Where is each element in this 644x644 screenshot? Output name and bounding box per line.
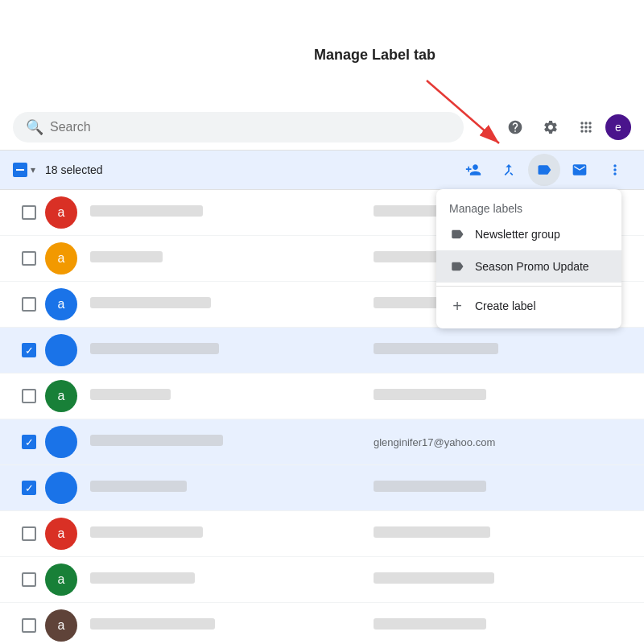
contact-row[interactable]: a (0, 557, 644, 603)
contact-name (90, 572, 348, 587)
contact-email: glenginifer17@yahoo.com (374, 436, 631, 448)
apps-icon (578, 119, 594, 135)
header-icons: e (499, 111, 631, 143)
search-input[interactable] (50, 120, 451, 134)
contact-name (90, 481, 348, 495)
contact-checkbox-area (13, 251, 45, 266)
create-label-item[interactable]: + Create label (436, 290, 621, 322)
contact-row[interactable]: a (0, 603, 644, 644)
contact-checkbox[interactable] (22, 389, 36, 403)
contact-row[interactable]: ✓ (0, 465, 644, 511)
contact-info (90, 389, 631, 403)
user-avatar[interactable]: e (605, 114, 631, 140)
contact-email (374, 481, 631, 495)
contact-avatar: a (45, 564, 77, 596)
settings-button[interactable] (535, 111, 567, 143)
contact-avatar (45, 334, 77, 366)
apps-button[interactable] (570, 111, 602, 143)
label-season-promo-text: Season Promo Update (475, 260, 589, 273)
contact-avatar: a (45, 242, 77, 275)
manage-label-button[interactable] (528, 154, 560, 186)
contact-checkbox[interactable] (22, 526, 36, 541)
contact-info (90, 618, 631, 633)
contact-email (374, 618, 631, 633)
selected-count: 18 selected (45, 163, 103, 176)
help-icon (507, 119, 523, 135)
plus-icon: + (449, 298, 465, 314)
add-contact-button[interactable] (457, 154, 489, 186)
toolbar-row: ▾ 18 selected (0, 151, 644, 190)
contact-checkbox-area (13, 297, 45, 312)
contact-name (90, 435, 348, 449)
send-email-button[interactable] (564, 154, 596, 186)
contact-checkbox[interactable] (22, 251, 36, 266)
label-season-promo-item[interactable]: Season Promo Update (436, 250, 621, 283)
contact-info (90, 343, 631, 357)
contact-name (90, 205, 348, 220)
contact-checkbox-area (13, 526, 45, 541)
contact-avatar: a (45, 609, 77, 642)
select-all-checkbox (13, 163, 27, 177)
more-icon (607, 162, 623, 178)
merge-button[interactable] (493, 154, 525, 186)
contact-checkbox-area (13, 205, 45, 220)
help-button[interactable] (499, 111, 531, 143)
contact-avatar: a (45, 196, 77, 229)
contact-info: glenginifer17@yahoo.com (90, 435, 631, 449)
contact-avatar: a (45, 288, 77, 320)
email-icon (572, 162, 588, 178)
contact-checkbox-area (13, 572, 45, 587)
contact-checkbox-area: ✓ (13, 343, 45, 357)
search-icon: 🔍 (26, 118, 43, 136)
contact-info (90, 481, 631, 495)
contact-checkbox[interactable] (22, 572, 36, 587)
create-label-text: Create label (475, 299, 536, 312)
contact-avatar (45, 426, 77, 458)
merge-icon (501, 162, 517, 178)
label-season-promo-icon (449, 258, 465, 275)
contact-avatar: a (45, 380, 77, 412)
contact-row[interactable]: a (0, 511, 644, 557)
contact-email (374, 389, 631, 403)
contact-avatar: a (45, 518, 77, 550)
contact-row[interactable]: ✓ (0, 328, 644, 374)
annotation-text: Manage Label tab (314, 47, 436, 64)
contact-email (374, 343, 631, 357)
popup-header: Manage labels (436, 196, 621, 218)
settings-icon (543, 119, 559, 135)
search-bar-row: 🔍 e (0, 105, 644, 151)
label-icon (536, 162, 552, 178)
select-all-button[interactable]: ▾ (13, 159, 42, 180)
contact-checkbox[interactable] (22, 618, 36, 633)
contact-info (90, 526, 631, 541)
add-contact-icon (465, 162, 481, 178)
contact-name (90, 251, 348, 266)
contact-name (90, 618, 348, 633)
manage-labels-popup: Manage labels Newsletter group Season Pr… (436, 189, 621, 328)
contact-email (374, 526, 631, 541)
contact-checkbox[interactable] (22, 297, 36, 312)
contact-name (90, 526, 348, 541)
more-options-button[interactable] (599, 154, 631, 186)
popup-divider (436, 286, 621, 287)
select-dropdown-icon: ▾ (31, 164, 35, 175)
label-newsletter-text: Newsletter group (475, 228, 560, 241)
contact-email (374, 572, 631, 587)
contact-checkbox[interactable]: ✓ (22, 343, 36, 357)
contact-checkbox[interactable]: ✓ (22, 481, 36, 495)
label-newsletter-icon (449, 226, 465, 242)
toolbar-actions (457, 154, 631, 186)
contact-checkbox-area (13, 389, 45, 403)
contact-name (90, 343, 348, 357)
contact-checkbox-area (13, 618, 45, 633)
contact-checkbox-area: ✓ (13, 435, 45, 449)
contact-row[interactable]: a (0, 374, 644, 419)
contact-row[interactable]: ✓glenginifer17@yahoo.com (0, 419, 644, 465)
contact-info (90, 572, 631, 587)
label-newsletter-item[interactable]: Newsletter group (436, 218, 621, 250)
contact-checkbox[interactable]: ✓ (22, 435, 36, 449)
contact-name (90, 389, 348, 403)
search-box: 🔍 (13, 112, 464, 142)
contact-name (90, 297, 348, 312)
contact-checkbox[interactable] (22, 205, 36, 220)
